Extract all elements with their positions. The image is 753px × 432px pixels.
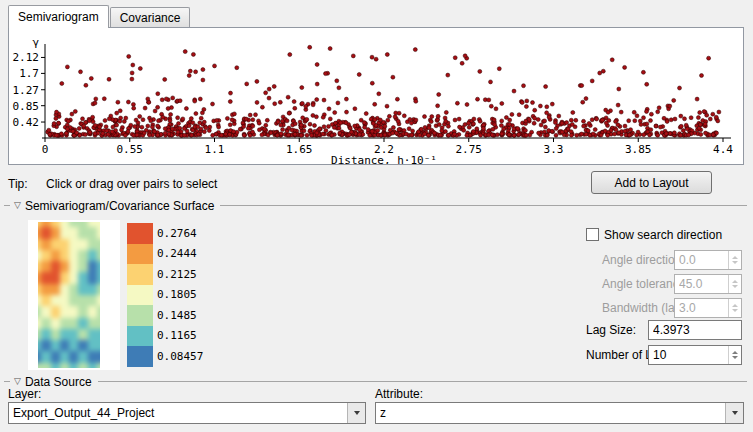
scatter-point[interactable] (654, 124, 658, 128)
scatter-point[interactable] (683, 117, 687, 121)
add-to-layout-button[interactable]: Add to Layout (591, 171, 712, 194)
scatter-point[interactable] (373, 118, 377, 122)
scatter-point[interactable] (48, 132, 52, 136)
scatter-point[interactable] (571, 111, 575, 115)
scatter-point[interactable] (315, 131, 319, 135)
scatter-point[interactable] (665, 120, 669, 124)
scatter-point[interactable] (265, 118, 269, 122)
scatter-point[interactable] (628, 133, 632, 137)
scatter-point[interactable] (176, 116, 180, 120)
scatter-point[interactable] (520, 101, 524, 105)
scatter-point[interactable] (695, 97, 699, 101)
scatter-point[interactable] (633, 119, 637, 123)
scatter-point[interactable] (617, 131, 621, 135)
scatter-point[interactable] (423, 115, 427, 119)
scatter-point[interactable] (308, 122, 312, 126)
scatter-point[interactable] (476, 97, 480, 101)
scatter-point[interactable] (322, 125, 326, 129)
scatter-point[interactable] (200, 111, 204, 115)
scatter-point[interactable] (199, 127, 203, 131)
scatter-point[interactable] (124, 116, 128, 120)
scatter-point[interactable] (623, 129, 627, 133)
scatter-point[interactable] (300, 86, 304, 90)
scatter-point[interactable] (402, 114, 406, 118)
scatter-point[interactable] (178, 99, 182, 103)
scatter-point[interactable] (111, 125, 115, 129)
scatter-point[interactable] (293, 122, 297, 126)
scatter-point[interactable] (527, 117, 531, 121)
scatter-point[interactable] (163, 77, 167, 81)
scatter-point[interactable] (142, 131, 146, 135)
scatter-point[interactable] (642, 133, 646, 137)
scatter-point[interactable] (54, 116, 58, 120)
scatter-point[interactable] (598, 71, 602, 75)
scatter-point[interactable] (371, 121, 375, 125)
scatter-point[interactable] (427, 126, 431, 130)
scatter-point[interactable] (198, 121, 202, 125)
scatter-point[interactable] (426, 133, 430, 137)
scatter-point[interactable] (471, 130, 475, 134)
scatter-point[interactable] (413, 48, 417, 52)
scatter-point[interactable] (702, 110, 706, 114)
scatter-point[interactable] (379, 133, 383, 137)
scatter-point[interactable] (286, 95, 290, 99)
scatter-point[interactable] (414, 118, 418, 122)
scatter-point[interactable] (545, 105, 549, 109)
scatter-point[interactable] (276, 120, 280, 124)
scatter-point[interactable] (190, 133, 194, 137)
scatter-point[interactable] (103, 119, 107, 123)
scatter-point[interactable] (557, 114, 561, 118)
scatter-point[interactable] (332, 125, 336, 129)
scatter-point[interactable] (157, 119, 161, 123)
scatter-point[interactable] (183, 50, 187, 54)
scatter-point[interactable] (408, 117, 412, 121)
scatter-point[interactable] (377, 92, 381, 96)
scatter-point[interactable] (613, 132, 617, 136)
scatter-point[interactable] (315, 63, 319, 67)
scatter-point[interactable] (566, 127, 570, 131)
scatter-point[interactable] (60, 82, 64, 86)
scatter-point[interactable] (160, 98, 164, 102)
scatter-point[interactable] (228, 123, 232, 127)
scatter-point[interactable] (617, 87, 621, 91)
scatter-point[interactable] (446, 73, 450, 77)
scatter-point[interactable] (102, 97, 106, 101)
scatter-point[interactable] (193, 99, 197, 103)
scatter-point[interactable] (293, 132, 297, 136)
scatter-point[interactable] (550, 102, 554, 106)
scatter-point[interactable] (251, 124, 255, 128)
scatter-point[interactable] (337, 126, 341, 130)
scatter-point[interactable] (673, 117, 677, 121)
scatter-point[interactable] (153, 109, 157, 113)
scatter-point[interactable] (322, 98, 326, 102)
scatter-point[interactable] (569, 118, 573, 122)
scatter-point[interactable] (545, 133, 549, 137)
scatter-point[interactable] (199, 116, 203, 120)
scatter-point[interactable] (59, 132, 63, 136)
scatter-point[interactable] (616, 123, 620, 127)
scatter-point[interactable] (423, 125, 427, 129)
scatter-point[interactable] (230, 118, 234, 122)
scatter-point[interactable] (642, 116, 646, 120)
scatter-point[interactable] (432, 131, 436, 135)
scatter-point[interactable] (570, 122, 574, 126)
dropdown-arrow-icon[interactable] (347, 403, 365, 423)
scatter-point[interactable] (601, 118, 605, 122)
scatter-point[interactable] (135, 133, 139, 137)
scatter-point[interactable] (156, 124, 160, 128)
scatter-point[interactable] (93, 132, 97, 136)
scatter-point[interactable] (269, 131, 273, 135)
scatter-point[interactable] (696, 116, 700, 120)
scatter-point[interactable] (146, 124, 150, 128)
number-of-lags-input[interactable] (648, 345, 742, 365)
scatter-point[interactable] (376, 128, 380, 132)
scatter-point[interactable] (619, 110, 623, 114)
scatter-point[interactable] (140, 125, 144, 129)
scatter-point[interactable] (215, 118, 219, 122)
scatter-point[interactable] (351, 54, 355, 58)
scatter-point[interactable] (66, 119, 70, 123)
scatter-point[interactable] (118, 119, 122, 123)
scatter-point[interactable] (504, 116, 508, 120)
scatter-point[interactable] (366, 128, 370, 132)
scatter-point[interactable] (580, 84, 584, 88)
